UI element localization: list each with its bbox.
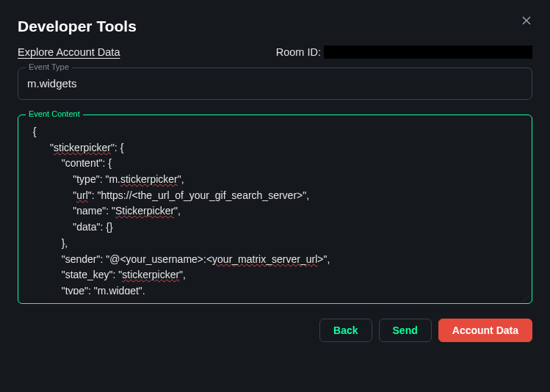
event-type-fieldset: Event Type bbox=[18, 68, 532, 100]
page-title: Developer Tools bbox=[18, 18, 137, 35]
room-id-label: Room ID: bbox=[276, 46, 321, 58]
account-data-button[interactable]: Account Data bbox=[438, 319, 532, 342]
back-button[interactable]: Back bbox=[319, 319, 372, 342]
explore-account-data-link[interactable]: Explore Account Data bbox=[18, 46, 120, 58]
close-button[interactable] bbox=[521, 15, 532, 29]
room-id-group: Room ID: bbox=[276, 46, 532, 59]
event-content-fieldset: Event Content { "stickerpicker": { "cont… bbox=[18, 115, 532, 304]
event-type-input[interactable] bbox=[27, 77, 523, 90]
event-type-legend: Event Type bbox=[26, 62, 72, 71]
close-icon bbox=[521, 15, 532, 26]
event-content-textarea[interactable]: { "stickerpicker": { "content": { "type"… bbox=[27, 124, 523, 294]
button-row: Back Send Account Data bbox=[18, 319, 532, 342]
event-content-legend: Event Content bbox=[26, 109, 83, 118]
send-button[interactable]: Send bbox=[379, 319, 432, 342]
resize-handle-icon[interactable]: ⋰ bbox=[523, 297, 529, 301]
room-id-value bbox=[324, 46, 532, 59]
